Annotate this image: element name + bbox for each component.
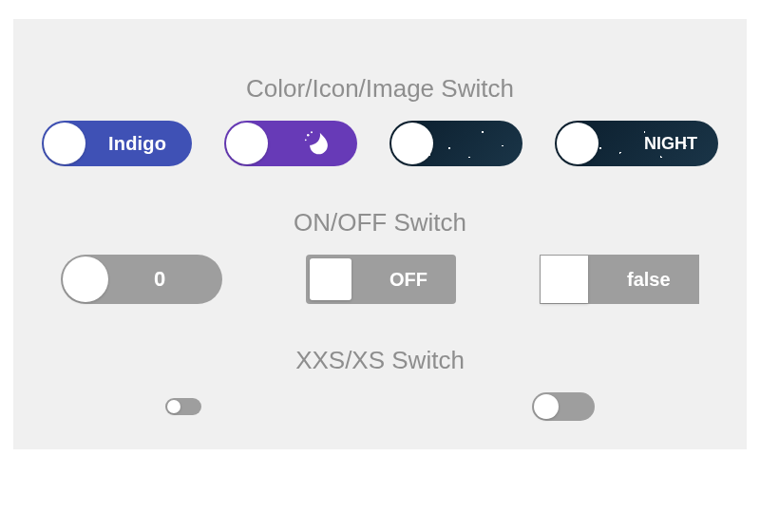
switch-xxs-thumb (167, 400, 180, 413)
switch-indigo-label: Indigo (108, 133, 166, 155)
switch-indigo[interactable]: Indigo (42, 121, 192, 166)
switch-indigo-thumb (44, 123, 86, 164)
moon-stars-icon (302, 129, 331, 158)
section-title-on-off: ON/OFF Switch (32, 208, 728, 238)
switch-false-thumb (541, 256, 588, 303)
switch-zero[interactable]: 0 (61, 255, 222, 304)
svg-point-2 (305, 139, 307, 141)
svg-point-0 (307, 134, 310, 137)
switch-purple-thumb (226, 123, 268, 164)
switch-night-label: NIGHT (644, 134, 697, 154)
switch-starfield-thumb (391, 123, 433, 164)
row-on-off: 0 OFF false (32, 255, 728, 304)
switch-xs[interactable] (532, 392, 595, 421)
switch-off-label: OFF (390, 269, 428, 291)
switch-xxs[interactable] (165, 398, 201, 415)
row-xxs-xs (32, 392, 728, 421)
switch-off[interactable]: OFF (306, 255, 456, 304)
switch-demo-panel: Color/Icon/Image Switch Indigo NIGHT (13, 19, 747, 449)
switch-xs-thumb (534, 394, 559, 419)
section-title-xxs-xs: XXS/XS Switch (32, 346, 728, 375)
switch-starfield[interactable] (390, 121, 522, 166)
switch-off-thumb (310, 258, 352, 300)
switch-night[interactable]: NIGHT (555, 121, 718, 166)
switch-false-label: false (627, 269, 671, 291)
switch-false[interactable]: false (540, 255, 699, 304)
switch-zero-thumb (63, 256, 108, 302)
section-title-color-icon-image: Color/Icon/Image Switch (32, 74, 728, 104)
row-color-icon-image: Indigo NIGHT (32, 121, 728, 166)
switch-night-thumb (557, 123, 598, 164)
switch-purple-moon[interactable] (224, 121, 357, 166)
svg-point-1 (311, 131, 313, 133)
switch-zero-label: 0 (154, 267, 165, 292)
